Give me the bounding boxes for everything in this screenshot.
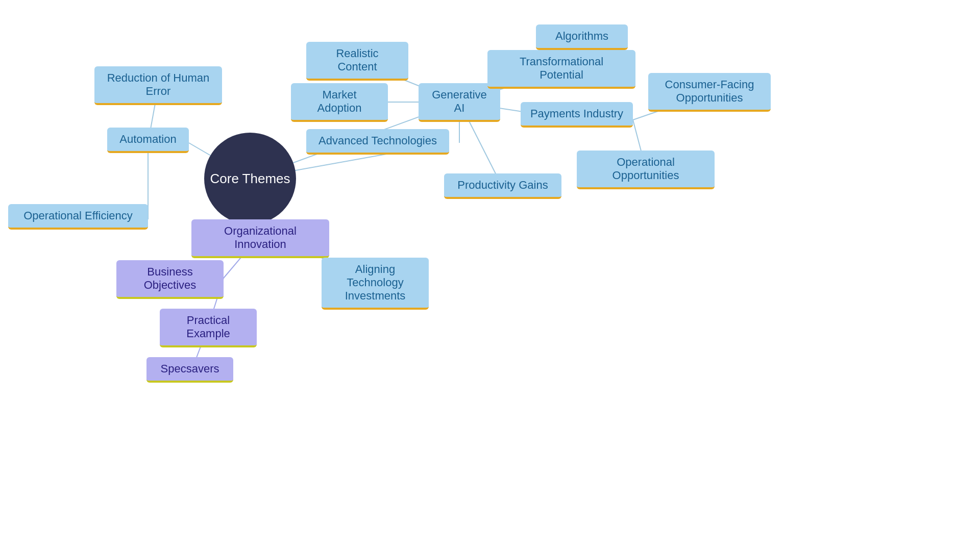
node-business-obj: Business Objectives [116,260,224,299]
node-aligning: Aligning Technology Investments [322,258,429,310]
node-payments-industry: Payments Industry [521,102,633,128]
node-reduction: Reduction of Human Error [94,66,222,105]
node-practical: Practical Example [160,309,257,347]
node-operational-opps: Operational Opportunities [577,151,715,189]
center-node: Core Themes [204,133,296,224]
node-specsavers: Specsavers [146,357,233,383]
node-consumer-facing: Consumer-Facing Opportunities [648,73,771,112]
node-realistic-content: Realistic Content [306,42,408,81]
node-market-adoption: Market Adoption [291,83,388,122]
node-operational-efficiency: Operational Efficiency [8,204,148,230]
node-generative-ai: Generative AI [419,83,500,122]
node-transformational: Transformational Potential [487,50,635,89]
node-algorithms: Algorithms [536,24,628,50]
node-organizational: Organizational Innovation [191,219,329,258]
node-productivity-gains: Productivity Gains [444,173,561,199]
node-advanced-tech: Advanced Technologies [306,129,449,155]
node-automation: Automation [107,128,189,153]
